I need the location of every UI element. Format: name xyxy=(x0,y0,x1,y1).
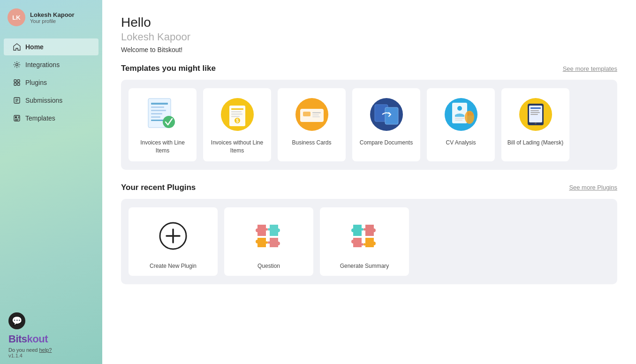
svg-rect-20 xyxy=(151,116,160,118)
invoices-no-items-icon: $ xyxy=(219,96,256,133)
gear-icon xyxy=(13,61,21,68)
help-text: Do you need help? xyxy=(8,347,94,353)
svg-point-56 xyxy=(535,122,537,124)
templates-section-header: Templates you might like See more templa… xyxy=(121,64,617,73)
main-content: Hello Lokesh Kapoor Welcome to Bitskout!… xyxy=(102,0,636,364)
svg-rect-44 xyxy=(455,120,462,121)
question-icon xyxy=(248,215,290,257)
plugin-label-create-new: Create New Plugin xyxy=(150,263,197,269)
svg-rect-2 xyxy=(17,80,20,82)
template-label-compare-docs: Compare Documents xyxy=(360,139,413,147)
svg-rect-53 xyxy=(530,110,539,111)
chat-bubble[interactable]: 💬 xyxy=(8,312,25,329)
svg-rect-34 xyxy=(312,112,321,114)
sidebar-item-plugins-label: Plugins xyxy=(25,79,47,86)
sidebar: LK Lokesh Kapoor Your profile Home Integ… xyxy=(0,0,102,364)
create-new-icon xyxy=(152,215,194,257)
template-label-invoices-no-items: Invoices without Line Items xyxy=(209,139,265,155)
svg-rect-46 xyxy=(468,112,469,116)
svg-rect-47 xyxy=(469,112,471,115)
sidebar-item-submissions-label: Submissions xyxy=(25,97,62,104)
template-card-cv-analysis[interactable]: CV Analysis xyxy=(427,88,495,161)
svg-rect-48 xyxy=(471,113,473,116)
sidebar-item-integrations-label: Integrations xyxy=(25,61,60,68)
templates-grid: Invoices with Line Items $ xyxy=(129,88,610,161)
svg-point-42 xyxy=(457,106,462,111)
greeting-name: Lokesh Kapoor xyxy=(121,31,617,43)
sidebar-item-plugins[interactable]: Plugins xyxy=(4,74,98,91)
svg-rect-28 xyxy=(231,116,240,117)
svg-rect-16 xyxy=(151,103,168,105)
templates-container: Invoices with Line Items $ xyxy=(121,80,617,170)
greeting-hello: Hello xyxy=(121,15,617,30)
sidebar-bottom: 💬 Bitskout Do you need help? v1.1.4 xyxy=(0,305,102,364)
sidebar-item-home[interactable]: Home xyxy=(4,38,98,55)
template-card-business-cards[interactable]: Business Cards xyxy=(278,88,346,161)
sidebar-item-home-label: Home xyxy=(25,43,44,51)
plugins-title: Your recent Plugins xyxy=(121,183,196,192)
plugin-label-generate-summary: Generate Summary xyxy=(340,263,389,269)
version-label: v1.1.4 xyxy=(8,353,94,358)
help-link[interactable]: help? xyxy=(39,347,52,353)
svg-text:$: $ xyxy=(236,118,239,123)
business-cards-icon xyxy=(293,96,331,133)
svg-point-22 xyxy=(163,116,175,128)
svg-rect-27 xyxy=(231,114,242,115)
template-label-cv-analysis: CV Analysis xyxy=(446,139,476,147)
profile-section[interactable]: LK Lokesh Kapoor Your profile xyxy=(0,0,102,35)
plugin-icon xyxy=(13,79,21,86)
see-more-templates[interactable]: See more templates xyxy=(563,65,617,72)
template-icon xyxy=(13,114,21,122)
plugin-card-generate-summary[interactable]: Generate Summary xyxy=(320,207,409,276)
bitskout-logo: Bitskout xyxy=(8,333,94,345)
svg-point-0 xyxy=(16,64,18,66)
cv-analysis-icon xyxy=(442,96,480,133)
svg-rect-1 xyxy=(14,80,16,82)
generate-summary-icon xyxy=(343,215,386,257)
plugins-container: Create New Plugin xyxy=(121,199,617,284)
sidebar-nav: Home Integrations Plugins xyxy=(0,35,102,130)
template-card-bill-lading[interactable]: Bill of Lading (Maersk) xyxy=(501,88,569,161)
compare-docs-icon xyxy=(368,96,405,133)
plugin-label-question: Question xyxy=(257,263,280,269)
template-card-invoices-items[interactable]: Invoices with Line Items xyxy=(129,88,197,161)
profile-name: Lokesh Kapoor xyxy=(30,11,75,18)
svg-rect-10 xyxy=(15,116,17,118)
plugins-grid: Create New Plugin xyxy=(129,207,610,276)
plugin-card-create-new[interactable]: Create New Plugin xyxy=(129,207,218,276)
sidebar-item-integrations[interactable]: Integrations xyxy=(4,56,98,73)
svg-rect-18 xyxy=(151,110,166,111)
svg-rect-52 xyxy=(530,107,541,109)
template-card-invoices-no-items[interactable]: $ Invoices without Line Items xyxy=(203,88,271,161)
svg-rect-54 xyxy=(530,112,540,113)
avatar: LK xyxy=(8,8,25,26)
svg-rect-35 xyxy=(312,114,319,115)
svg-rect-25 xyxy=(231,108,243,110)
template-label-bill-lading: Bill of Lading (Maersk) xyxy=(507,139,563,147)
template-label-business-cards: Business Cards xyxy=(292,139,331,147)
list-icon xyxy=(13,97,21,104)
sidebar-item-templates-label: Templates xyxy=(25,114,55,122)
svg-rect-3 xyxy=(14,83,16,85)
invoices-items-icon xyxy=(144,96,182,133)
svg-rect-36 xyxy=(312,116,320,117)
template-card-compare-docs[interactable]: Compare Documents xyxy=(352,88,420,161)
templates-title: Templates you might like xyxy=(121,64,216,73)
svg-rect-55 xyxy=(530,114,538,115)
profile-subtitle: Your profile xyxy=(30,18,75,24)
svg-rect-33 xyxy=(303,112,310,116)
home-icon xyxy=(13,43,21,51)
plugin-card-question[interactable]: Question xyxy=(224,207,313,276)
plugins-section-header: Your recent Plugins See more Plugins xyxy=(121,183,617,192)
svg-rect-43 xyxy=(455,118,464,119)
svg-rect-17 xyxy=(151,106,164,108)
svg-rect-4 xyxy=(17,83,20,85)
svg-rect-26 xyxy=(231,111,242,113)
bill-lading-icon xyxy=(517,96,554,133)
see-more-plugins[interactable]: See more Plugins xyxy=(569,184,617,191)
svg-rect-39 xyxy=(385,107,398,124)
template-label-invoices-items: Invoices with Line Items xyxy=(134,139,191,155)
svg-rect-19 xyxy=(151,113,162,114)
sidebar-item-templates[interactable]: Templates xyxy=(4,110,98,127)
sidebar-item-submissions[interactable]: Submissions xyxy=(4,92,98,109)
